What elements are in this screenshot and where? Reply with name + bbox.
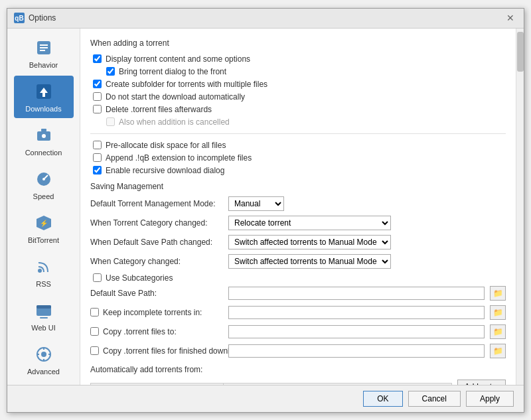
copy-torrent-input[interactable] (228, 325, 485, 338)
options-window: qB Options ✕ Behavior Downloads (7, 8, 524, 413)
col-monitored-folder: Monitored Folder (91, 384, 224, 385)
checkbox-append-iqb: Append .!qB extension to incomplete file… (90, 153, 506, 163)
title-bar-left: qB Options (14, 13, 56, 23)
main-content: When adding a torrent Display torrent co… (80, 29, 516, 385)
svg-rect-7 (41, 129, 46, 131)
torrent-category-label: When Torrent Category changed: (90, 218, 223, 228)
sidebar-item-advanced[interactable]: Advanced (14, 338, 74, 381)
copy-finished-input[interactable] (228, 344, 485, 358)
copy-finished-browse[interactable]: 📁 (490, 344, 506, 358)
footer: OK Cancel Apply (7, 385, 524, 412)
svg-rect-2 (40, 47, 48, 48)
copy-torrent-browse[interactable]: 📁 (490, 324, 506, 339)
svg-rect-15 (40, 317, 48, 318)
checkbox-bring-front: Bring torrent dialog to the front (90, 67, 506, 76)
rss-label: RSS (36, 280, 51, 288)
webui-icon (33, 300, 54, 321)
sidebar-item-downloads[interactable]: Downloads (14, 76, 74, 118)
behavior-label: Behavior (29, 61, 58, 69)
advanced-icon (33, 344, 54, 365)
ok-button[interactable]: OK (363, 391, 402, 407)
management-mode-select[interactable]: Manual Automatic (228, 196, 284, 211)
close-button[interactable]: ✕ (504, 11, 517, 25)
delete-torrent-checkbox[interactable] (93, 105, 102, 113)
display-content-checkbox[interactable] (93, 54, 102, 63)
connection-label: Connection (25, 149, 62, 157)
append-iqb-label: Append .!qB extension to incomplete file… (106, 153, 252, 163)
checkbox-also-cancelled: Also when addition is cancelled (90, 117, 506, 127)
saving-section-title: Saving Management (90, 182, 506, 191)
default-save-changed-select[interactable]: Switch affected torrents to Manual Mode … (228, 235, 391, 249)
bring-front-checkbox[interactable] (106, 67, 115, 76)
scrollbar-thumb[interactable] (517, 32, 524, 72)
copy-finished-checkbox[interactable] (90, 346, 99, 355)
checkbox-delete-torrent: Delete .torrent files afterwards (90, 105, 506, 114)
keep-incomplete-input[interactable]: :\Users\ahorn\Downloads\temp\ (228, 306, 485, 319)
scrollbar[interactable] (516, 29, 524, 385)
default-save-path-input[interactable]: C:\Users\ahorn\Downloads\ (228, 287, 485, 300)
downloads-label: Downloads (25, 105, 61, 113)
speed-label: Speed (33, 192, 54, 200)
copy-torrent-label: Copy .torrent files to: (103, 327, 236, 336)
default-save-changed-label: When Default Save Path changed: (90, 238, 223, 247)
pre-allocate-label: Pre-allocate disk space for all files (106, 141, 226, 150)
sidebar-item-speed[interactable]: Speed (14, 163, 74, 206)
svg-rect-1 (40, 44, 48, 46)
sidebar-item-rss[interactable]: RSS (14, 251, 74, 293)
svg-point-17 (41, 352, 46, 357)
adding-section-title: When adding a torrent (90, 38, 506, 48)
copy-finished-label: Copy .torrent files for finished downloa… (103, 346, 236, 356)
append-iqb-checkbox[interactable] (93, 153, 102, 162)
default-save-changed-row: When Default Save Path changed: Switch a… (90, 235, 506, 249)
sidebar-item-webui[interactable]: Web UI (14, 295, 74, 337)
checkbox-display-content: Display torrent content and some options (90, 54, 506, 64)
add-entry-button[interactable]: Add entry (457, 380, 506, 385)
category-changed-select[interactable]: Switch affected torrents to Manual Mode … (228, 254, 391, 269)
no-auto-start-checkbox[interactable] (93, 92, 102, 101)
keep-incomplete-browse[interactable]: 📁 (490, 305, 506, 320)
apply-button[interactable]: Apply (466, 391, 514, 407)
table-header: Monitored Folder Override Save Location (91, 384, 451, 385)
display-content-label: Display torrent content and some options (106, 54, 250, 64)
cancel-button[interactable]: Cancel (408, 391, 461, 407)
speed-icon (33, 169, 54, 190)
sidebar-item-bittorrent[interactable]: ⚡ BitTorrent (14, 207, 74, 249)
keep-incomplete-row: Keep incomplete torrents in: :\Users\aho… (90, 305, 506, 320)
auto-add-title: Automatically add torrents from: (90, 365, 506, 374)
bittorrent-icon: ⚡ (33, 212, 54, 234)
divider-1 (90, 133, 506, 134)
use-subcategories-label: Use Subcategories (106, 273, 173, 283)
also-cancelled-checkbox[interactable] (106, 117, 115, 126)
delete-torrent-label: Delete .torrent files afterwards (106, 105, 212, 114)
use-subcategories-checkbox[interactable] (93, 273, 102, 282)
torrent-category-row: When Torrent Category changed: Relocate … (90, 216, 506, 230)
sidebar-item-connection[interactable]: Connection (14, 119, 74, 162)
webui-label: Web UI (31, 324, 55, 332)
default-save-path-row: Default Save Path: C:\Users\ahorn\Downlo… (90, 286, 506, 301)
monitored-table: Monitored Folder Override Save Location (90, 383, 452, 385)
pre-allocate-checkbox[interactable] (93, 141, 102, 149)
advanced-label: Advanced (27, 368, 60, 376)
title-bar: qB Options ✕ (7, 9, 524, 29)
recursive-dialog-checkbox[interactable] (93, 166, 102, 175)
keep-incomplete-checkbox[interactable] (90, 308, 99, 316)
default-save-path-browse[interactable]: 📁 (490, 286, 506, 301)
recursive-dialog-label: Enable recursive download dialog (106, 166, 224, 175)
create-subfolder-checkbox[interactable] (93, 80, 102, 88)
checkbox-pre-allocate: Pre-allocate disk space for all files (90, 141, 506, 150)
keep-incomplete-label: Keep incomplete torrents in: (103, 308, 236, 317)
svg-rect-3 (40, 50, 45, 51)
checkbox-use-subcategories: Use Subcategories (90, 273, 506, 283)
checkbox-recursive-dialog: Enable recursive download dialog (90, 166, 506, 175)
rss-icon (33, 256, 54, 277)
copy-torrent-checkbox[interactable] (90, 327, 99, 336)
management-mode-row: Default Torrent Management Mode: Manual … (90, 196, 506, 211)
downloads-icon (33, 81, 54, 102)
torrent-category-select[interactable]: Relocate torrent Switch affected torrent… (228, 216, 391, 230)
sidebar-item-behavior[interactable]: Behavior (14, 32, 74, 74)
connection-icon (33, 125, 54, 146)
checkbox-create-subfolder: Create subfolder for torrents with multi… (90, 80, 506, 89)
category-changed-label: When Category changed: (90, 257, 223, 266)
copy-finished-row: Copy .torrent files for finished downloa… (90, 344, 506, 358)
window-body: Behavior Downloads Connection (7, 29, 524, 385)
